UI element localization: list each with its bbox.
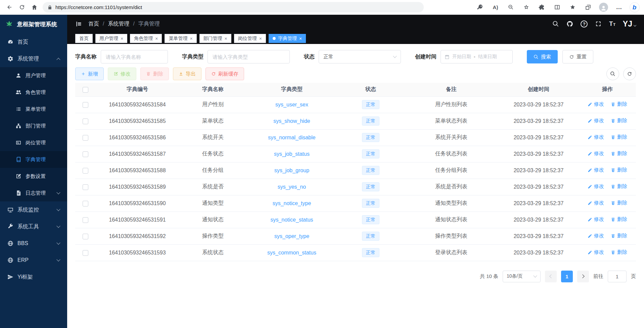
row-checkbox[interactable]: [83, 184, 88, 190]
row-checkbox[interactable]: [83, 168, 88, 174]
delete-row-button[interactable]: 删除: [611, 249, 627, 255]
edit-button[interactable]: 修改: [108, 67, 136, 80]
tab-dict[interactable]: 字典管理×: [269, 34, 306, 43]
row-checkbox[interactable]: [83, 151, 88, 157]
extensions-icon[interactable]: [536, 1, 548, 13]
close-icon[interactable]: ×: [299, 36, 302, 41]
refresh-table-button[interactable]: [623, 67, 636, 80]
sidebar-item-yi-framework[interactable]: Yi框架: [0, 269, 67, 285]
date-range-picker[interactable]: 开始日期 - 结束日期: [441, 50, 513, 63]
row-checkbox[interactable]: [83, 102, 88, 108]
refresh-page-icon[interactable]: [16, 1, 28, 13]
yj-logo[interactable]: YJ: [623, 19, 636, 29]
delete-row-button[interactable]: 删除: [611, 134, 627, 140]
hamburger-icon[interactable]: [75, 20, 82, 28]
back-icon[interactable]: [3, 1, 16, 13]
fullscreen-icon[interactable]: [595, 20, 602, 27]
add-button[interactable]: 新增: [75, 67, 104, 80]
row-checkbox[interactable]: [83, 201, 88, 206]
browser-menu-icon[interactable]: …: [613, 1, 625, 13]
sidebar-item-post[interactable]: 岗位管理: [0, 134, 67, 151]
tab-post[interactable]: 岗位管理×: [234, 34, 266, 43]
edit-row-button[interactable]: 修改: [588, 134, 604, 140]
refresh-cache-button[interactable]: 刷新缓存: [205, 67, 244, 80]
dict-type-input[interactable]: [208, 50, 290, 63]
dict-type-link[interactable]: sys_user_sex: [275, 102, 308, 107]
edit-row-button[interactable]: 修改: [588, 183, 604, 190]
goto-page-input[interactable]: [608, 271, 627, 282]
favorites-bar-icon[interactable]: [566, 1, 579, 13]
delete-row-button[interactable]: 删除: [611, 183, 627, 190]
close-icon[interactable]: ×: [225, 36, 227, 41]
delete-row-button[interactable]: 删除: [611, 200, 627, 206]
dict-type-link[interactable]: sys_normal_disable: [268, 135, 315, 140]
tab-dept[interactable]: 部门管理×: [199, 34, 231, 43]
sidebar-item-erp[interactable]: ERP: [0, 252, 67, 269]
sidebar-item-user[interactable]: 用户管理: [0, 67, 67, 84]
row-checkbox[interactable]: [83, 119, 88, 124]
close-icon[interactable]: ×: [190, 36, 192, 41]
bing-button[interactable]: b: [628, 1, 641, 13]
close-icon[interactable]: ×: [121, 36, 123, 41]
dict-type-link[interactable]: sys_notice_type: [273, 200, 311, 206]
home-button[interactable]: [28, 1, 41, 13]
next-page-button[interactable]: [577, 271, 589, 282]
delete-row-button[interactable]: 删除: [611, 167, 627, 173]
edit-row-button[interactable]: 修改: [588, 167, 604, 173]
sidebar-item-role[interactable]: 角色管理: [0, 84, 67, 101]
dict-type-link[interactable]: sys_show_hide: [273, 118, 310, 124]
dict-type-link[interactable]: sys_yes_no: [278, 184, 306, 190]
dict-type-link[interactable]: sys_oper_type: [274, 233, 309, 239]
sidebar-item-system[interactable]: 系统管理: [0, 50, 67, 67]
split-screen-icon[interactable]: [551, 1, 563, 13]
add-favorite-icon[interactable]: [520, 1, 533, 13]
dict-name-input[interactable]: [101, 50, 168, 63]
sidebar-item-tools[interactable]: 系统工具: [0, 218, 67, 235]
edit-row-button[interactable]: 修改: [588, 216, 604, 223]
delete-row-button[interactable]: 删除: [611, 216, 627, 223]
dict-type-link[interactable]: sys_common_status: [267, 250, 316, 255]
sidebar-item-dict[interactable]: 字典管理: [0, 151, 67, 168]
edit-row-button[interactable]: 修改: [588, 101, 604, 107]
row-checkbox[interactable]: [83, 135, 88, 141]
password-key-icon[interactable]: [474, 1, 486, 13]
header-search-icon[interactable]: [552, 20, 559, 27]
edit-row-button[interactable]: 修改: [588, 150, 604, 157]
zoom-out-icon[interactable]: [505, 1, 517, 13]
sidebar-item-log[interactable]: 日志管理: [0, 185, 67, 201]
delete-row-button[interactable]: 删除: [611, 233, 627, 239]
dict-type-link[interactable]: sys_job_status: [274, 151, 310, 157]
row-checkbox[interactable]: [83, 250, 88, 256]
delete-button[interactable]: 删除: [140, 67, 169, 80]
github-icon[interactable]: [566, 20, 573, 27]
delete-row-button[interactable]: 删除: [611, 101, 627, 107]
edit-row-button[interactable]: 修改: [588, 118, 604, 124]
dict-type-link[interactable]: sys_notice_status: [270, 217, 313, 223]
edit-row-button[interactable]: 修改: [588, 233, 604, 239]
page-1-button[interactable]: 1: [561, 271, 573, 282]
sidebar-item-monitor[interactable]: 系统监控: [0, 201, 67, 218]
prev-page-button[interactable]: [545, 271, 557, 282]
tab-role[interactable]: 角色管理×: [130, 34, 162, 43]
delete-row-button[interactable]: 删除: [611, 150, 627, 157]
sidebar-item-menu[interactable]: 菜单管理: [0, 101, 67, 118]
breadcrumb-home[interactable]: 首页: [88, 20, 99, 28]
row-checkbox[interactable]: [83, 234, 88, 239]
row-checkbox[interactable]: [83, 217, 88, 223]
tab-home[interactable]: 首页: [75, 34, 93, 43]
close-icon[interactable]: ×: [259, 36, 262, 41]
status-select[interactable]: 正常: [319, 50, 401, 63]
read-aloud-icon[interactable]: A): [489, 1, 502, 13]
breadcrumb-system[interactable]: 系统管理: [108, 20, 129, 28]
tab-user[interactable]: 用户管理×: [95, 34, 127, 43]
export-button[interactable]: 导出: [173, 67, 201, 80]
search-button[interactable]: 搜索: [527, 50, 558, 63]
address-bar[interactable]: https://ccnetcore.com:1101/system/dict: [43, 2, 424, 12]
font-size-icon[interactable]: TT: [609, 20, 615, 28]
sidebar-item-dept[interactable]: 部门管理: [0, 118, 67, 134]
delete-row-button[interactable]: 删除: [611, 118, 627, 124]
sidebar-item-bbs[interactable]: BBS: [0, 235, 67, 252]
reset-button[interactable]: 重置: [562, 50, 593, 63]
close-icon[interactable]: ×: [155, 36, 158, 41]
toggle-search-button[interactable]: [606, 67, 619, 80]
